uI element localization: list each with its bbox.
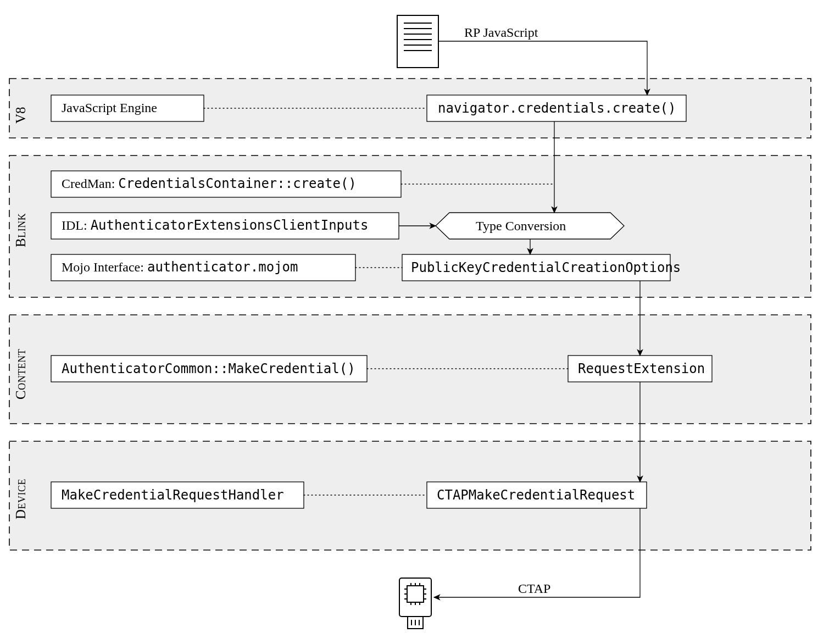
credman-box: CredMan: CredentialsContainer::create(): [62, 176, 357, 191]
layer-content-title: Content: [13, 349, 28, 399]
mojo-box: Mojo Interface: authenticator.mojom: [62, 259, 298, 275]
content-right-box: RequestExtension: [578, 361, 705, 376]
layer-v8-title: V8: [13, 107, 28, 124]
layer-device-title: Device: [13, 479, 28, 519]
typeconv-box: Type Conversion: [476, 219, 566, 233]
idl-box: IDL: AuthenticatorExtensionsClientInputs: [62, 218, 368, 233]
content-left-box: AuthenticatorCommon::MakeCredential(): [62, 361, 355, 376]
device-right-box: CTAPMakeCredentialRequest: [437, 487, 635, 503]
layer-content: Content AuthenticatorCommon::MakeCredent…: [9, 315, 811, 424]
layer-blink-title: Blink: [13, 213, 28, 247]
device-left-box: MakeCredentialRequestHandler: [62, 487, 284, 503]
document-icon: [397, 15, 438, 68]
layer-device: Device MakeCredentialRequestHandler CTAP…: [9, 441, 811, 550]
chip-icon: [399, 578, 431, 629]
layer-blink: Blink CredMan: CredentialsContainer::cre…: [9, 156, 811, 297]
bottom-label: CTAP: [518, 581, 550, 596]
top-label: RP JavaScript: [464, 25, 538, 40]
v8-left-box: JavaScript Engine: [62, 101, 157, 115]
diagram-canvas: V8 JavaScript Engine navigator.credentia…: [0, 0, 829, 644]
pkcc-box: PublicKeyCredentialCreationOptions: [411, 260, 681, 275]
v8-right-box: navigator.credentials.create(): [438, 101, 676, 116]
layer-v8: V8 JavaScript Engine navigator.credentia…: [9, 79, 811, 138]
